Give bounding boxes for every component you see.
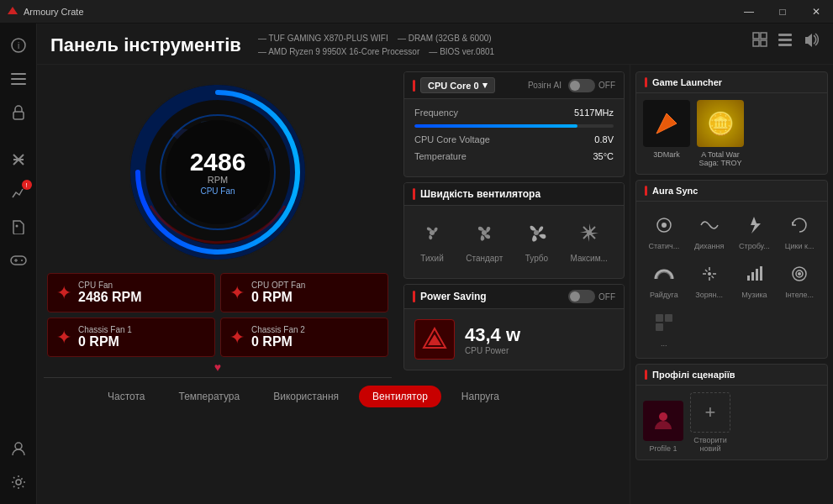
aura-mode-music[interactable]: Музика: [734, 257, 776, 302]
aura-mode-cycle[interactable]: Цики к...: [778, 208, 820, 254]
fan-fast-icon: [525, 221, 548, 249]
gauge-rpm-label: RPM: [190, 175, 246, 185]
fan-speed-panel: Швидкість вентилятора: [403, 182, 625, 279]
aura-mode-intelligent[interactable]: Інтеле...: [778, 257, 820, 302]
cpu-panel-header: CPU Core 0 ▾ Розігн AI OFF: [404, 72, 624, 99]
scenarios-box: Профілі сценаріїв Profile 1: [635, 364, 828, 460]
sidebar-item-gamepad[interactable]: [3, 245, 34, 276]
power-toggle[interactable]: OFF: [568, 290, 615, 303]
aura-mode-rainbow[interactable]: Райдуга: [643, 257, 685, 302]
fan-label-chassis2: Chassis Fan 2: [251, 325, 305, 334]
fan-option-standard[interactable]: Стандарт: [459, 216, 509, 268]
power-panel-header: Power Saving OFF: [404, 285, 624, 309]
svg-rect-45: [751, 272, 754, 281]
sidebar-item-menu[interactable]: [3, 64, 34, 94]
game-item-3dmark[interactable]: 3DMark: [643, 100, 690, 167]
svg-rect-47: [760, 266, 762, 281]
fan-rpm-chassis1: 0 RPM: [78, 334, 132, 349]
power-panel: Power Saving OFF: [403, 284, 625, 370]
sidebar-item-info[interactable]: i: [3, 30, 34, 60]
cpu-toggle[interactable]: OFF: [568, 79, 615, 92]
static-icon: [651, 212, 677, 239]
aura-mode-starry[interactable]: Зорян...: [688, 257, 730, 302]
ai-label: Розігн AI: [528, 81, 561, 90]
svg-point-36: [662, 223, 667, 228]
aura-mode-breathing[interactable]: Дихання: [688, 208, 730, 254]
fan-rpm-cpuopt: 0 RPM: [251, 290, 305, 305]
fan-card-chassis2: ✦ Chassis Fan 2 0 RPM: [220, 318, 388, 357]
svg-rect-19: [753, 40, 759, 46]
profile-icon: [651, 408, 676, 433]
fan-card-cpu: ✦ CPU Fan 2486 RPM: [47, 273, 215, 312]
game-item-troy[interactable]: 🪙 A Total War Saga: TROY: [697, 100, 744, 167]
svg-rect-3: [11, 73, 26, 75]
troy-label: A Total War Saga: TROY: [699, 150, 742, 167]
chevron-down-icon: ▾: [482, 80, 488, 91]
profile1-icon: [643, 401, 683, 441]
svg-point-15: [15, 443, 22, 449]
close-button[interactable]: ✕: [799, 0, 833, 24]
fan-option-turbo[interactable]: Турбо: [518, 216, 555, 268]
toggle-track[interactable]: [568, 79, 595, 92]
svg-rect-5: [11, 83, 26, 85]
scenarios-header: Профілі сценаріїв: [636, 365, 827, 386]
center-panel: CPU Core 0 ▾ Розігн AI OFF: [398, 65, 630, 504]
fan-gauge: 2486 RPM CPU Fan: [125, 80, 310, 265]
sidebar-item-settings[interactable]: [3, 467, 34, 497]
tab-temperature[interactable]: Температура: [165, 386, 253, 407]
header-list-icon[interactable]: [778, 32, 793, 51]
aura-mode-strobe[interactable]: Стробу...: [734, 208, 776, 254]
scenario-add-new[interactable]: + Створити новий: [690, 392, 730, 453]
sys-info: — TUF GAMING X870-PLUS WIFI — DRAM (32GB…: [258, 32, 494, 59]
svg-point-10: [15, 225, 18, 228]
header-grid-icon[interactable]: [752, 32, 767, 51]
aura-mode-static[interactable]: Статич...: [643, 208, 685, 254]
svg-rect-46: [756, 269, 758, 281]
scenario-profile1[interactable]: Profile 1: [643, 401, 683, 453]
frequency-bar-fill: [414, 124, 577, 128]
starry-icon: [696, 260, 723, 287]
user-icon: [12, 441, 25, 456]
frequency-row: Frequency 5117MHz: [414, 108, 614, 118]
sidebar-item-tag[interactable]: [3, 212, 34, 242]
power-toggle-knob: [570, 291, 580, 302]
svg-rect-6: [13, 112, 24, 119]
fan-slow-icon: [420, 221, 444, 249]
svg-marker-0: [8, 7, 18, 14]
header-sound-icon[interactable]: [803, 32, 820, 51]
tab-frequency[interactable]: Частота: [94, 386, 158, 407]
power-icon-box: [414, 319, 455, 360]
titlebar-title: Armoury Crate: [24, 7, 84, 17]
cpu-core-dropdown[interactable]: CPU Core 0 ▾: [420, 77, 495, 93]
troy-icon: 🪙: [707, 111, 734, 137]
fan-option-silent[interactable]: Тихий: [414, 216, 451, 268]
svg-rect-11: [11, 256, 26, 265]
fan-icon-cpuopt: ✦: [229, 282, 245, 304]
sidebar-item-security[interactable]: [3, 97, 34, 128]
minimize-button[interactable]: —: [732, 0, 766, 24]
perf-badge: !: [22, 180, 32, 190]
aura-mode-more[interactable]: ...: [643, 306, 685, 351]
app-icon: [7, 6, 18, 18]
3dmark-icon: [650, 107, 683, 140]
tag-icon: [12, 219, 25, 234]
svg-rect-52: [665, 314, 672, 322]
sidebar-item-perf[interactable]: !: [3, 178, 34, 208]
maximize-button[interactable]: □: [766, 0, 799, 24]
power-value: 43,4 w: [465, 324, 520, 346]
svg-rect-44: [747, 276, 750, 281]
sidebar-item-tools[interactable]: [3, 144, 34, 175]
fan-card-chassis1: ✦ Chassis Fan 1 0 RPM: [47, 318, 215, 357]
tab-usage[interactable]: Використання: [260, 386, 352, 407]
info-icon: i: [11, 38, 26, 53]
svg-point-54: [659, 412, 667, 421]
gauge-center: 2486 RPM CPU Fan: [190, 150, 246, 196]
svg-marker-34: [656, 113, 677, 134]
troy-thumb: 🪙: [697, 100, 744, 147]
svg-rect-53: [656, 323, 663, 331]
sidebar-item-user[interactable]: [3, 433, 34, 464]
power-toggle-track[interactable]: [568, 290, 595, 303]
svg-rect-17: [753, 33, 759, 39]
game-launcher-header: Game Launcher: [636, 72, 827, 93]
fan-option-max[interactable]: Максим...: [564, 216, 614, 268]
